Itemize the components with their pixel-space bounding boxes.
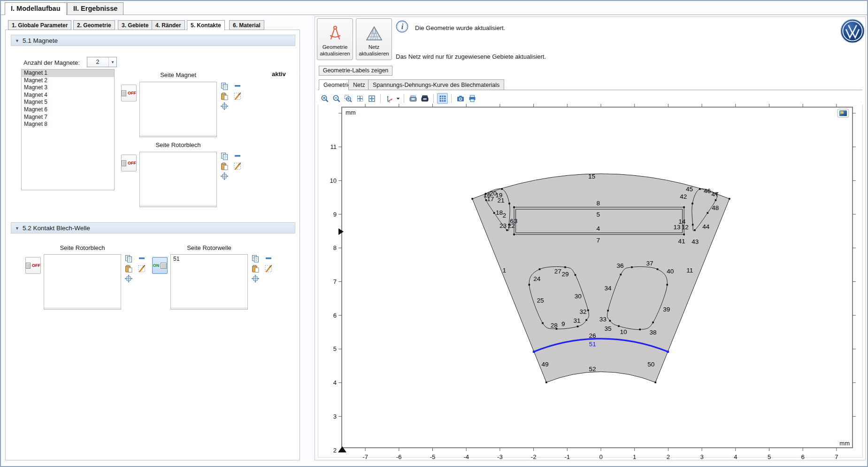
copy-selection-icon[interactable] [220, 152, 229, 161]
selection-tools [251, 255, 276, 284]
anzahl-magnete-select[interactable]: 2 ▼ [87, 57, 117, 67]
svg-text:11: 11 [686, 267, 693, 274]
svg-text:3: 3 [333, 413, 337, 420]
geometrie-aktualisieren-label: Geometrie aktualisieren [317, 44, 353, 57]
tab-globale-parameter[interactable]: 1. Globale Parameter [8, 20, 71, 30]
zoom-to-selection-icon[interactable] [220, 102, 229, 110]
clear-selection-icon[interactable] [138, 265, 146, 273]
info-icon: i [396, 20, 408, 33]
svg-text:23: 23 [499, 222, 507, 229]
magnet-list-item[interactable]: Magnet 2 [22, 77, 114, 85]
svg-text:38: 38 [650, 329, 657, 336]
zoom-to-selection-icon[interactable] [220, 172, 229, 180]
paste-selection-icon[interactable] [124, 265, 133, 273]
seite-magnet-selection-box[interactable] [139, 82, 217, 137]
zoom-to-selection-icon[interactable] [251, 274, 260, 283]
collapse-triangle-icon: ▼ [15, 223, 19, 234]
remove-selection-icon[interactable] [138, 255, 146, 263]
toggle-off-label: OFF [128, 91, 136, 95]
kontakt-rotorblech-selection-box[interactable] [44, 254, 121, 310]
zoom-to-selection-icon[interactable] [124, 274, 133, 283]
magnet-list-item[interactable]: Magnet 6 [22, 106, 114, 114]
application-window: I. Modellaufbau II. Ergebnisse 1. Global… [0, 0, 868, 467]
remove-selection-icon[interactable] [233, 152, 242, 161]
magnet-list-item[interactable]: Magnet 5 [22, 99, 114, 106]
svg-text:-7: -7 [362, 453, 368, 460]
magnet-list-item[interactable]: Magnet 3 [22, 84, 114, 92]
svg-text:2: 2 [333, 447, 337, 454]
netz-aktualisieren-button[interactable]: Netz aktualisieren [356, 18, 392, 60]
remove-selection-icon[interactable] [264, 255, 273, 263]
toggle-off-label: OFF [32, 263, 40, 268]
toggle-square-icon [26, 263, 31, 269]
kontakt-rotorwelle-toggle[interactable]: ON [152, 257, 168, 274]
copy-selection-icon[interactable] [251, 255, 260, 263]
geometrie-labels-zeigen-button[interactable]: Geometrie-Labels zeigen [319, 66, 392, 76]
svg-text:27: 27 [554, 268, 561, 275]
kontakt-rotorblech-toggle[interactable]: OFF [25, 257, 41, 274]
chevron-down-icon[interactable]: ▼ [108, 57, 116, 67]
magnet-list-item[interactable]: Magnet 1 [22, 70, 114, 77]
tab-geometrie[interactable]: 2. Geometrie [73, 20, 115, 30]
anzahl-magnete-label: Anzahl der Magnete: [23, 59, 80, 66]
vw-logo-icon [840, 19, 865, 43]
svg-text:1: 1 [502, 267, 506, 274]
clear-selection-icon[interactable] [233, 92, 242, 101]
tab-plot-spannungs-dehnungs-kurve[interactable]: Spannungs-Dehnungs-Kurve des Blechmateri… [368, 79, 504, 90]
selection-tools [220, 82, 245, 112]
svg-text:26: 26 [589, 332, 596, 339]
geometrie-aktualisieren-button[interactable]: Geometrie aktualisieren [317, 18, 353, 60]
clear-selection-icon[interactable] [233, 162, 242, 171]
tab-divider [1, 15, 867, 15]
svg-text:15: 15 [588, 173, 595, 180]
svg-text:34: 34 [605, 285, 612, 292]
svg-text:7: 7 [333, 278, 337, 285]
svg-text:8: 8 [597, 200, 600, 207]
toggle-off-label: OFF [128, 161, 136, 165]
svg-text:50: 50 [647, 361, 654, 368]
svg-text:-5: -5 [430, 453, 436, 460]
tab-gebiete[interactable]: 3. Gebiete [118, 20, 152, 30]
tab-modellaufbau[interactable]: I. Modellaufbau [5, 2, 67, 15]
svg-text:10: 10 [620, 328, 627, 335]
svg-text:31: 31 [574, 317, 581, 324]
seite-rotorblech-toggle[interactable]: OFF [121, 155, 137, 171]
svg-text:43: 43 [691, 238, 699, 245]
copy-selection-icon[interactable] [220, 82, 229, 91]
paste-selection-icon[interactable] [251, 265, 260, 273]
magnet-list[interactable]: Magnet 1Magnet 2Magnet 3Magnet 4Magnet 5… [21, 69, 115, 190]
magnet-list-item[interactable]: Magnet 4 [22, 92, 114, 99]
tab-raender[interactable]: 4. Ränder [152, 20, 185, 30]
svg-text:mm: mm [839, 440, 850, 447]
svg-text:-3: -3 [497, 453, 503, 460]
svg-text:4: 4 [333, 379, 337, 386]
tab-ergebnisse[interactable]: II. Ergebnisse [67, 2, 123, 15]
svg-text:52: 52 [589, 366, 596, 373]
seite-rotorblech-selection-box[interactable] [139, 152, 217, 207]
svg-text:2: 2 [502, 212, 506, 219]
seite-rotorblech-label: Seite Rotorblech [139, 141, 217, 148]
svg-text:-6: -6 [396, 453, 402, 460]
remove-selection-icon[interactable] [233, 82, 242, 91]
section-kontakt-blech-welle[interactable]: ▼5.2 Kontakt Blech-Welle [11, 222, 295, 234]
tab-kontakte[interactable]: 5. Kontakte [187, 20, 225, 31]
magnet-list-item[interactable]: Magnet 8 [22, 121, 114, 128]
svg-text:3: 3 [514, 218, 518, 225]
section-magnete[interactable]: ▼5.1 Magnete [11, 35, 295, 46]
geometry-plot[interactable]: -7-6-5-4-3-2-101234567234567891011mmmm15… [325, 95, 868, 461]
svg-text:35: 35 [605, 325, 612, 332]
copy-selection-icon[interactable] [124, 255, 133, 263]
tab-material[interactable]: 6. Material [229, 20, 264, 30]
tab-plot-netz[interactable]: Netz [348, 79, 370, 90]
paste-selection-icon[interactable] [220, 92, 229, 101]
svg-text:6: 6 [333, 312, 337, 319]
seite-magnet-toggle[interactable]: OFF [121, 85, 137, 101]
clear-selection-icon[interactable] [264, 265, 273, 273]
paste-selection-icon[interactable] [220, 162, 229, 171]
kontakt-rotorwelle-selection-box[interactable]: 51 [170, 254, 248, 310]
magnet-list-item[interactable]: Magnet 7 [22, 114, 114, 121]
svg-text:17: 17 [487, 195, 494, 202]
svg-text:42: 42 [680, 193, 687, 200]
toggle-square-icon [122, 160, 126, 166]
rotorwelle-selection-value: 51 [171, 255, 247, 263]
